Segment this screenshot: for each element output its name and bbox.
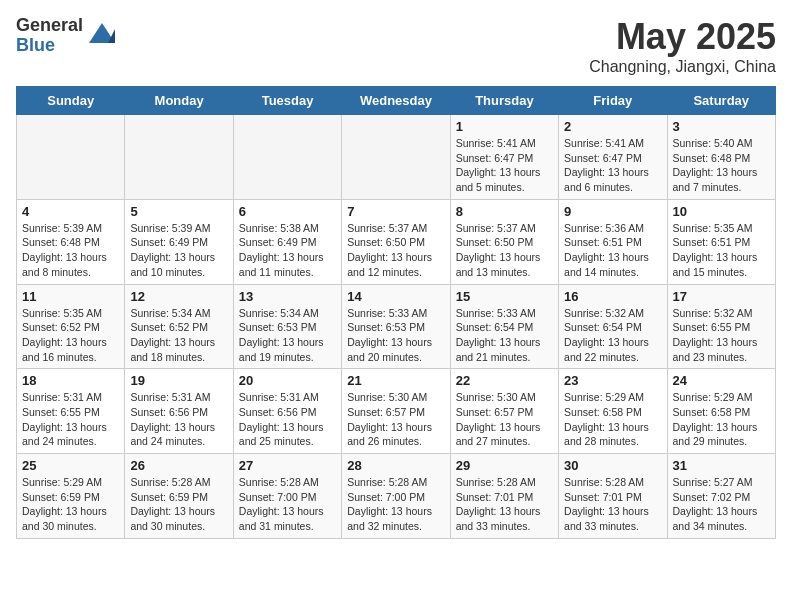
calendar-cell: 29Sunrise: 5:28 AM Sunset: 7:01 PM Dayli…	[450, 454, 558, 539]
calendar-cell: 21Sunrise: 5:30 AM Sunset: 6:57 PM Dayli…	[342, 369, 450, 454]
calendar-cell: 18Sunrise: 5:31 AM Sunset: 6:55 PM Dayli…	[17, 369, 125, 454]
day-number: 11	[22, 289, 119, 304]
day-info: Sunrise: 5:28 AM Sunset: 7:01 PM Dayligh…	[564, 475, 661, 534]
logo-icon	[87, 21, 117, 51]
calendar-week-row: 18Sunrise: 5:31 AM Sunset: 6:55 PM Dayli…	[17, 369, 776, 454]
calendar-cell: 2Sunrise: 5:41 AM Sunset: 6:47 PM Daylig…	[559, 115, 667, 200]
calendar-cell: 19Sunrise: 5:31 AM Sunset: 6:56 PM Dayli…	[125, 369, 233, 454]
month-title: May 2025	[589, 16, 776, 58]
day-info: Sunrise: 5:37 AM Sunset: 6:50 PM Dayligh…	[456, 221, 553, 280]
day-info: Sunrise: 5:35 AM Sunset: 6:51 PM Dayligh…	[673, 221, 770, 280]
day-number: 10	[673, 204, 770, 219]
day-info: Sunrise: 5:28 AM Sunset: 6:59 PM Dayligh…	[130, 475, 227, 534]
weekday-header: Sunday	[17, 87, 125, 115]
calendar-cell: 13Sunrise: 5:34 AM Sunset: 6:53 PM Dayli…	[233, 284, 341, 369]
calendar-body: 1Sunrise: 5:41 AM Sunset: 6:47 PM Daylig…	[17, 115, 776, 539]
location: Changning, Jiangxi, China	[589, 58, 776, 76]
day-number: 29	[456, 458, 553, 473]
day-number: 17	[673, 289, 770, 304]
weekday-header: Friday	[559, 87, 667, 115]
calendar-cell: 5Sunrise: 5:39 AM Sunset: 6:49 PM Daylig…	[125, 199, 233, 284]
calendar-cell: 8Sunrise: 5:37 AM Sunset: 6:50 PM Daylig…	[450, 199, 558, 284]
calendar-cell: 11Sunrise: 5:35 AM Sunset: 6:52 PM Dayli…	[17, 284, 125, 369]
day-info: Sunrise: 5:37 AM Sunset: 6:50 PM Dayligh…	[347, 221, 444, 280]
day-number: 27	[239, 458, 336, 473]
day-info: Sunrise: 5:29 AM Sunset: 6:59 PM Dayligh…	[22, 475, 119, 534]
day-info: Sunrise: 5:35 AM Sunset: 6:52 PM Dayligh…	[22, 306, 119, 365]
calendar-cell: 27Sunrise: 5:28 AM Sunset: 7:00 PM Dayli…	[233, 454, 341, 539]
day-number: 6	[239, 204, 336, 219]
calendar-cell: 20Sunrise: 5:31 AM Sunset: 6:56 PM Dayli…	[233, 369, 341, 454]
weekday-row: SundayMondayTuesdayWednesdayThursdayFrid…	[17, 87, 776, 115]
day-info: Sunrise: 5:38 AM Sunset: 6:49 PM Dayligh…	[239, 221, 336, 280]
calendar-week-row: 25Sunrise: 5:29 AM Sunset: 6:59 PM Dayli…	[17, 454, 776, 539]
calendar-cell: 12Sunrise: 5:34 AM Sunset: 6:52 PM Dayli…	[125, 284, 233, 369]
day-number: 9	[564, 204, 661, 219]
logo-text: General Blue	[16, 16, 83, 56]
weekday-header: Tuesday	[233, 87, 341, 115]
day-info: Sunrise: 5:28 AM Sunset: 7:01 PM Dayligh…	[456, 475, 553, 534]
calendar-cell: 22Sunrise: 5:30 AM Sunset: 6:57 PM Dayli…	[450, 369, 558, 454]
day-number: 19	[130, 373, 227, 388]
day-info: Sunrise: 5:39 AM Sunset: 6:49 PM Dayligh…	[130, 221, 227, 280]
day-number: 15	[456, 289, 553, 304]
day-info: Sunrise: 5:31 AM Sunset: 6:56 PM Dayligh…	[239, 390, 336, 449]
day-info: Sunrise: 5:31 AM Sunset: 6:56 PM Dayligh…	[130, 390, 227, 449]
weekday-header: Saturday	[667, 87, 775, 115]
calendar-cell: 9Sunrise: 5:36 AM Sunset: 6:51 PM Daylig…	[559, 199, 667, 284]
calendar-cell: 23Sunrise: 5:29 AM Sunset: 6:58 PM Dayli…	[559, 369, 667, 454]
day-info: Sunrise: 5:32 AM Sunset: 6:54 PM Dayligh…	[564, 306, 661, 365]
calendar-cell: 15Sunrise: 5:33 AM Sunset: 6:54 PM Dayli…	[450, 284, 558, 369]
day-number: 4	[22, 204, 119, 219]
logo-general-text: General	[16, 16, 83, 36]
day-number: 31	[673, 458, 770, 473]
day-number: 1	[456, 119, 553, 134]
day-info: Sunrise: 5:28 AM Sunset: 7:00 PM Dayligh…	[239, 475, 336, 534]
day-number: 16	[564, 289, 661, 304]
weekday-header: Thursday	[450, 87, 558, 115]
calendar-week-row: 1Sunrise: 5:41 AM Sunset: 6:47 PM Daylig…	[17, 115, 776, 200]
logo: General Blue	[16, 16, 117, 56]
calendar-cell: 30Sunrise: 5:28 AM Sunset: 7:01 PM Dayli…	[559, 454, 667, 539]
calendar-cell	[233, 115, 341, 200]
calendar-cell: 3Sunrise: 5:40 AM Sunset: 6:48 PM Daylig…	[667, 115, 775, 200]
day-number: 28	[347, 458, 444, 473]
calendar-table: SundayMondayTuesdayWednesdayThursdayFrid…	[16, 86, 776, 539]
calendar-cell: 6Sunrise: 5:38 AM Sunset: 6:49 PM Daylig…	[233, 199, 341, 284]
weekday-header: Wednesday	[342, 87, 450, 115]
calendar-cell: 26Sunrise: 5:28 AM Sunset: 6:59 PM Dayli…	[125, 454, 233, 539]
day-info: Sunrise: 5:30 AM Sunset: 6:57 PM Dayligh…	[456, 390, 553, 449]
day-info: Sunrise: 5:36 AM Sunset: 6:51 PM Dayligh…	[564, 221, 661, 280]
calendar-cell: 17Sunrise: 5:32 AM Sunset: 6:55 PM Dayli…	[667, 284, 775, 369]
day-number: 14	[347, 289, 444, 304]
day-number: 22	[456, 373, 553, 388]
day-number: 25	[22, 458, 119, 473]
calendar-cell	[342, 115, 450, 200]
day-number: 2	[564, 119, 661, 134]
day-info: Sunrise: 5:33 AM Sunset: 6:53 PM Dayligh…	[347, 306, 444, 365]
calendar-cell	[17, 115, 125, 200]
day-info: Sunrise: 5:41 AM Sunset: 6:47 PM Dayligh…	[456, 136, 553, 195]
calendar-cell: 25Sunrise: 5:29 AM Sunset: 6:59 PM Dayli…	[17, 454, 125, 539]
day-info: Sunrise: 5:41 AM Sunset: 6:47 PM Dayligh…	[564, 136, 661, 195]
day-info: Sunrise: 5:34 AM Sunset: 6:53 PM Dayligh…	[239, 306, 336, 365]
day-info: Sunrise: 5:39 AM Sunset: 6:48 PM Dayligh…	[22, 221, 119, 280]
calendar-cell: 16Sunrise: 5:32 AM Sunset: 6:54 PM Dayli…	[559, 284, 667, 369]
day-number: 21	[347, 373, 444, 388]
calendar-cell: 24Sunrise: 5:29 AM Sunset: 6:58 PM Dayli…	[667, 369, 775, 454]
title-area: May 2025 Changning, Jiangxi, China	[589, 16, 776, 76]
day-info: Sunrise: 5:33 AM Sunset: 6:54 PM Dayligh…	[456, 306, 553, 365]
day-number: 23	[564, 373, 661, 388]
day-number: 7	[347, 204, 444, 219]
calendar-cell: 1Sunrise: 5:41 AM Sunset: 6:47 PM Daylig…	[450, 115, 558, 200]
calendar-cell: 7Sunrise: 5:37 AM Sunset: 6:50 PM Daylig…	[342, 199, 450, 284]
calendar-header: SundayMondayTuesdayWednesdayThursdayFrid…	[17, 87, 776, 115]
page-header: General Blue May 2025 Changning, Jiangxi…	[16, 16, 776, 76]
calendar-cell: 10Sunrise: 5:35 AM Sunset: 6:51 PM Dayli…	[667, 199, 775, 284]
weekday-header: Monday	[125, 87, 233, 115]
calendar-week-row: 11Sunrise: 5:35 AM Sunset: 6:52 PM Dayli…	[17, 284, 776, 369]
day-number: 20	[239, 373, 336, 388]
day-number: 13	[239, 289, 336, 304]
day-info: Sunrise: 5:29 AM Sunset: 6:58 PM Dayligh…	[564, 390, 661, 449]
day-info: Sunrise: 5:28 AM Sunset: 7:00 PM Dayligh…	[347, 475, 444, 534]
